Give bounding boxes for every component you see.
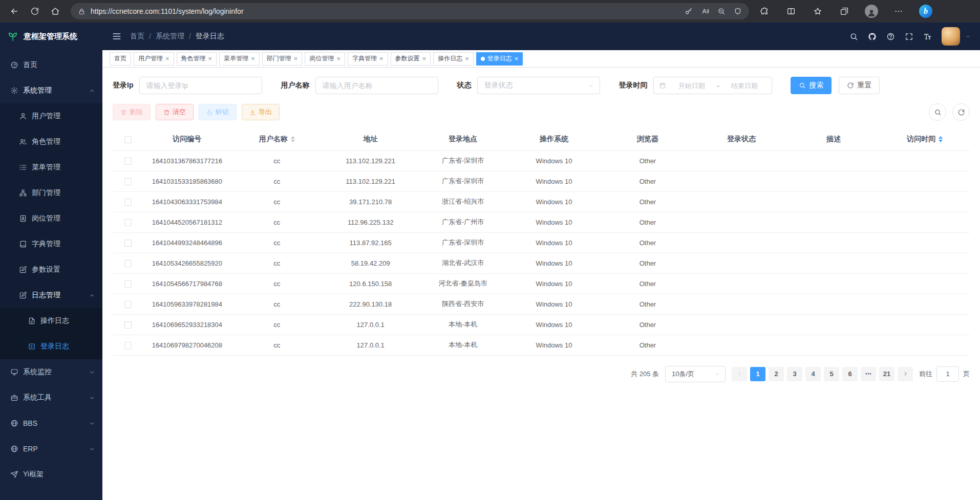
sidebar-item-login-log[interactable]: 登录日志 (0, 334, 102, 359)
browser-profile-button[interactable] (865, 5, 878, 18)
username-input[interactable] (315, 77, 438, 94)
clear-button[interactable]: 清空 (156, 104, 194, 120)
tab-operation-log[interactable]: 操作日志× (433, 52, 474, 66)
unlock-button[interactable]: 解锁 (199, 104, 237, 120)
table-row[interactable]: 1641059633978281984cc222.90.130.18陕西省-西安… (113, 294, 970, 314)
sidebar-item-system-monitor[interactable]: 系统监控 (0, 359, 102, 385)
table-row[interactable]: 1641044993248464896cc113.87.92.165广东省-深圳… (113, 232, 970, 253)
close-icon[interactable]: × (422, 55, 427, 62)
next-page-button[interactable] (898, 367, 913, 381)
close-icon[interactable]: × (251, 55, 255, 62)
end-date-input[interactable] (722, 82, 767, 90)
prev-page-button[interactable] (732, 367, 747, 381)
table-row[interactable]: 1641069652933218304cc127.0.0.1本地-本机Windo… (113, 314, 970, 335)
close-icon[interactable]: × (465, 55, 469, 62)
github-button[interactable] (868, 32, 877, 41)
reload-button[interactable] (26, 2, 44, 20)
header-search-button[interactable] (849, 32, 858, 41)
table-row[interactable]: 1641069798270046208cc127.0.0.1本地-本机Windo… (113, 335, 970, 355)
close-icon[interactable]: × (336, 55, 340, 62)
help-button[interactable] (886, 32, 895, 41)
row-checkbox[interactable] (124, 280, 132, 288)
user-avatar[interactable] (942, 27, 960, 46)
sidebar-item-menu-management[interactable]: 菜单管理 (0, 155, 102, 180)
close-icon[interactable]: × (208, 55, 212, 62)
table-row[interactable]: 1641053426655825920cc58.19.42.209湖北省-武汉市… (113, 253, 970, 273)
zoom-out-button[interactable] (713, 4, 730, 18)
tab-home[interactable]: 首页 (110, 52, 131, 66)
sort-caret[interactable] (939, 136, 943, 142)
table-row[interactable]: 1641044520567181312cc112.96.225.132广东省-广… (113, 212, 970, 232)
page-button-5[interactable]: 5 (824, 367, 839, 381)
close-icon[interactable]: × (165, 55, 169, 62)
collections-button[interactable] (838, 5, 850, 17)
sidebar-item-erp[interactable]: ERP (0, 436, 102, 462)
reset-button[interactable]: 重置 (839, 77, 880, 94)
sidebar-item-operation-log[interactable]: 操作日志 (0, 308, 102, 334)
browser-home-button[interactable] (46, 2, 65, 20)
close-icon[interactable]: × (294, 55, 298, 62)
sidebar-item-user-management[interactable]: 用户管理 (0, 103, 102, 129)
login-time-range[interactable]: - (653, 77, 772, 94)
row-checkbox[interactable] (124, 158, 132, 165)
page-button-1[interactable]: 1 (750, 367, 765, 381)
sidebar-item-system-management[interactable]: 系统管理 (0, 78, 102, 103)
close-icon[interactable]: × (379, 55, 384, 62)
font-size-button[interactable] (923, 32, 932, 41)
row-checkbox[interactable] (124, 301, 132, 308)
tab-login-log[interactable]: 登录日志× (476, 52, 523, 66)
app-logo[interactable]: 意框架管理系统 (0, 23, 102, 50)
sidebar-item-role-management[interactable]: 角色管理 (0, 129, 102, 155)
row-checkbox[interactable] (124, 342, 132, 349)
page-button-6[interactable]: 6 (842, 367, 858, 381)
sidebar-item-post-management[interactable]: 岗位管理 (0, 206, 102, 231)
delete-button[interactable]: 删除 (113, 104, 151, 120)
row-checkbox[interactable] (124, 219, 132, 226)
status-select[interactable]: 登录状态 (477, 77, 600, 94)
page-button-4[interactable]: 4 (805, 367, 821, 381)
table-row[interactable]: 1641031367863177216cc113.102.129.221广东省-… (113, 150, 970, 171)
sidebar-item-dict-management[interactable]: 字典管理 (0, 231, 102, 257)
bing-icon[interactable]: b (919, 5, 932, 18)
refresh-table-button[interactable] (952, 103, 970, 121)
avatar-caret-icon[interactable] (965, 34, 971, 39)
favorites-button[interactable] (812, 5, 824, 17)
sort-caret[interactable] (291, 136, 295, 142)
row-checkbox[interactable] (124, 178, 132, 185)
extensions-button[interactable] (758, 5, 771, 17)
column-header-user[interactable]: 用户名称 (231, 128, 323, 150)
breadcrumb-item[interactable]: 系统管理 (156, 32, 184, 41)
back-button[interactable] (5, 2, 24, 20)
tab-post-management[interactable]: 岗位管理× (305, 52, 345, 66)
sidebar-toggle[interactable] (112, 31, 122, 41)
url-text[interactable]: https://ccnetcore.com:1101/system/log/lo… (91, 7, 680, 15)
page-button-3[interactable]: 3 (787, 367, 802, 381)
password-key-button[interactable] (680, 4, 697, 18)
split-screen-button[interactable] (785, 5, 797, 17)
table-row[interactable]: 1641031533185863680cc113.102.129.221广东省-… (113, 171, 970, 191)
table-row[interactable]: 1641043063331753984cc39.171.210.78浙江省-绍兴… (113, 191, 970, 212)
breadcrumb-item[interactable]: 首页 (130, 32, 144, 41)
row-checkbox[interactable] (124, 260, 132, 267)
tab-user-management[interactable]: 用户管理× (134, 52, 174, 66)
sidebar-item-system-tools[interactable]: 系统工具 (0, 385, 102, 410)
sidebar-item-log-management[interactable]: 日志管理 (0, 282, 102, 308)
page-ellipsis[interactable]: ⋯ (861, 367, 876, 381)
security-shield-button[interactable] (730, 4, 746, 18)
row-checkbox[interactable] (124, 240, 132, 247)
sidebar-item-home[interactable]: 首页 (0, 52, 102, 78)
toggle-search-button[interactable] (929, 103, 946, 121)
goto-page-input[interactable] (936, 366, 959, 382)
browser-menu-button[interactable] (892, 5, 905, 17)
page-size-select[interactable]: 10条/页 (665, 366, 726, 382)
fullscreen-button[interactable] (905, 32, 913, 41)
sidebar-item-bbs[interactable]: BBS (0, 410, 102, 436)
tab-menu-management[interactable]: 菜单管理× (219, 52, 260, 66)
tab-dept-management[interactable]: 部门管理× (262, 52, 303, 66)
column-header-time[interactable]: 访问时间 (880, 128, 970, 150)
select-all-checkbox[interactable] (124, 136, 132, 143)
row-checkbox[interactable] (124, 199, 132, 206)
page-button-21[interactable]: 21 (879, 367, 894, 381)
export-button[interactable]: 导出 (242, 104, 280, 120)
login-ip-input[interactable] (139, 77, 262, 94)
